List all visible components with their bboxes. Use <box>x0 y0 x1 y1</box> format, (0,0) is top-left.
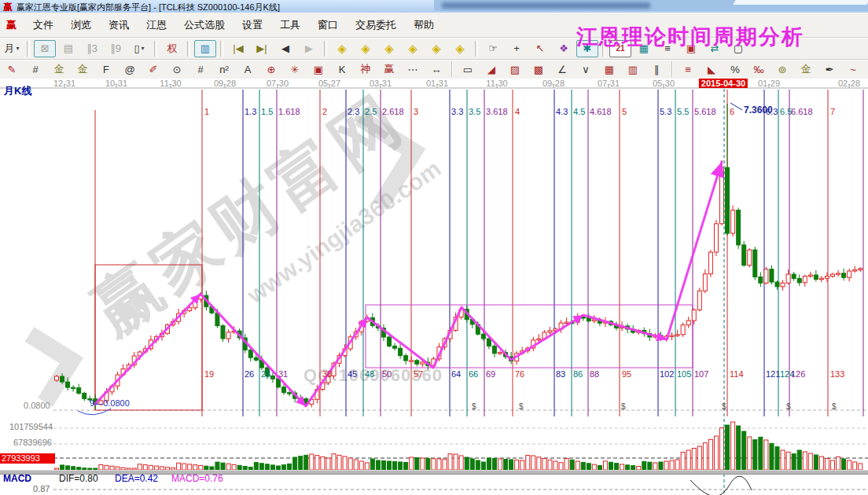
application-window: 赢 赢家江恩专业版[赢家内部服务平台] - [TCL科技 SZ000100-14… <box>0 0 868 495</box>
time-clock-tool-icon[interactable]: ⊙ <box>166 60 188 78</box>
menu-app-icon: 赢 <box>6 18 17 32</box>
box-tool-icon[interactable]: ▭ <box>457 60 479 78</box>
wave-line-tool-icon[interactable]: ~ <box>842 60 864 78</box>
gold-lines-tool-icon[interactable]: 金 <box>795 60 817 78</box>
menu-item-1[interactable]: 浏览 <box>62 16 100 35</box>
square-grid-tool-icon[interactable]: ▦ <box>598 60 620 78</box>
menu-item-2[interactable]: 资讯 <box>100 16 138 35</box>
toolbar-separator <box>220 41 223 57</box>
dropdown-caret-icon: ▾ <box>142 45 145 52</box>
page-prev-icon[interactable]: ◀ <box>274 40 296 57</box>
percent-lines-tool-icon[interactable]: ‰ <box>748 60 770 78</box>
title-bar[interactable]: 赢 赢家江恩专业版[赢家内部服务平台] - [TCL科技 SZ000100-14… <box>0 0 868 13</box>
date-label: 09-28 <box>542 79 565 88</box>
width-measure-tool-icon[interactable]: ↔ <box>425 60 447 78</box>
background-window-title <box>442 2 650 9</box>
page-next-icon[interactable]: ▶ <box>298 40 320 57</box>
date-label: 05-30 <box>653 79 675 88</box>
wave-v-tool-icon[interactable]: ∨ <box>575 60 597 78</box>
list-view-icon[interactable]: ▤ <box>57 40 79 57</box>
zoom-next-icon[interactable]: ◈ <box>355 40 377 57</box>
chart-region: 赢家财富网 www.yingjia360.com QQ:1069060360 1… <box>0 79 868 495</box>
background-window-edge <box>733 0 868 5</box>
candle-style-icon[interactable]: ▯▾ <box>128 40 150 57</box>
last-page-icon[interactable]: ▶| <box>251 40 273 57</box>
pen-tool-icon[interactable]: ✎ <box>1 60 23 78</box>
fibonacci-f-tool-icon[interactable]: F <box>95 60 117 78</box>
bars-3-icon[interactable]: ∥3 <box>81 40 103 57</box>
hand-tool-icon[interactable]: ☞ <box>482 40 504 57</box>
n-square-tool-icon[interactable]: n² <box>213 60 235 78</box>
menu-item-6[interactable]: 工具 <box>271 16 309 35</box>
chart-color-icon[interactable]: ▥ <box>194 40 216 57</box>
fan-lines-tool-icon[interactable]: ◢ <box>480 60 502 78</box>
date-label: 11-30 <box>160 79 181 88</box>
gold-section-tool-icon[interactable]: 金 <box>48 60 70 78</box>
menu-item-3[interactable]: 江恩 <box>138 16 175 35</box>
date-label: 07-31 <box>598 79 620 88</box>
date-label: 05-27 <box>318 79 340 88</box>
shen-tool-icon[interactable]: 神 <box>355 60 377 78</box>
menu-item-0[interactable]: 文件 <box>24 16 62 35</box>
background-window <box>434 0 868 11</box>
analysis-overlay-title: 江恩理论时间周期分析 <box>576 23 804 51</box>
parallel-lines-tool-icon[interactable]: ∥ <box>645 60 668 78</box>
restore-rights-icon[interactable]: 权 <box>161 40 183 57</box>
percent-tool-icon[interactable]: % <box>724 60 746 78</box>
time-grid-tool-icon[interactable]: # <box>24 60 46 78</box>
toolbar-separator <box>154 41 157 57</box>
zoom-in-h-icon[interactable]: ◈ <box>378 40 400 57</box>
menu-item-5[interactable]: 设置 <box>234 16 271 35</box>
marker-tool-icon[interactable]: ❖ <box>553 40 575 57</box>
menu-item-8[interactable]: 交易委托 <box>347 16 405 35</box>
ruler-123-tool-icon[interactable]: ⋯ <box>402 60 424 78</box>
k-mark-tool-icon[interactable]: K <box>331 60 353 78</box>
gann-box-tool-icon[interactable]: ▨ <box>504 60 526 78</box>
angle-percent-tool-icon[interactable]: ◣ <box>701 60 723 78</box>
first-page-icon[interactable]: |◀ <box>227 40 249 57</box>
column-grid-tool-icon[interactable]: ▥ <box>622 60 644 78</box>
circle-target-tool-icon[interactable]: ⊕ <box>260 60 282 78</box>
period-dropdown-icon[interactable]: 月▾ <box>1 40 23 57</box>
toolbar-drawing: ✎#金金F@✐⊙#n²A⊕✳▣K神赢⋯↔▭◢▨▩∠∨▦▥∥≡◣%‰⊚金✒~金JF… <box>0 60 868 79</box>
spiral-tool-icon[interactable]: @ <box>119 60 141 78</box>
count-grid-tool-icon[interactable]: # <box>189 60 211 78</box>
zoom-out-h-icon[interactable]: ◈ <box>402 40 424 57</box>
app-icon: 赢 <box>3 1 13 13</box>
zoom-in-v-icon[interactable]: ◈ <box>425 40 447 57</box>
market-overview-icon[interactable]: ⊠ <box>34 40 56 57</box>
gann-grid-tool-icon[interactable]: ▩ <box>528 60 550 78</box>
zoom-prev-icon[interactable]: ◈ <box>331 40 353 57</box>
date-label: 01-29 <box>758 79 780 88</box>
date-label: 10-31 <box>105 79 127 88</box>
price-levels-tool-icon[interactable]: ≡ <box>677 60 699 78</box>
date-label: 12-31 <box>53 79 75 88</box>
date-label-highlight: 2015-04-30 <box>699 79 748 88</box>
menu-item-4[interactable]: 公式选股 <box>175 16 234 35</box>
bars-9-icon[interactable]: ∥9 <box>105 40 127 57</box>
wave-a-tool-icon[interactable]: A <box>237 60 259 78</box>
zoom-reset-icon[interactable]: ◈ <box>449 40 471 57</box>
square-cycle-tool-icon[interactable]: ▣ <box>307 60 329 78</box>
chart-plot-area[interactable] <box>0 88 868 495</box>
toolbar-separator <box>451 61 453 77</box>
date-label: 09-28 <box>214 79 236 88</box>
window-title: 赢家江恩专业版[赢家内部服务平台] - [TCL科技 SZ000100-146月… <box>17 2 280 13</box>
crosshair-tool-icon[interactable]: + <box>506 40 528 57</box>
toolbar-separator <box>671 61 673 77</box>
toolbar-separator <box>27 41 30 57</box>
date-label: 07-30 <box>267 79 289 88</box>
menu-item-7[interactable]: 窗口 <box>309 16 347 35</box>
toolbar-separator <box>475 41 478 57</box>
menu-item-9[interactable]: 帮助 <box>405 16 443 35</box>
gold-circle-tool-icon[interactable]: ⊚ <box>771 60 793 78</box>
gold-price-tool-icon[interactable]: 金 <box>72 60 94 78</box>
angle-line-tool-icon[interactable]: ∠ <box>551 60 573 78</box>
date-label: 01-31 <box>426 79 448 88</box>
star-cycle-tool-icon[interactable]: ✳ <box>284 60 306 78</box>
ink-pen-tool-icon[interactable]: ✒ <box>818 60 840 78</box>
ying-tool-icon[interactable]: 赢 <box>378 60 400 78</box>
red-brush-tool-icon[interactable]: ✐ <box>142 60 164 78</box>
dropdown-caret-icon: ▾ <box>16 45 19 52</box>
pointer-tool-icon[interactable]: ↖ <box>529 40 551 57</box>
